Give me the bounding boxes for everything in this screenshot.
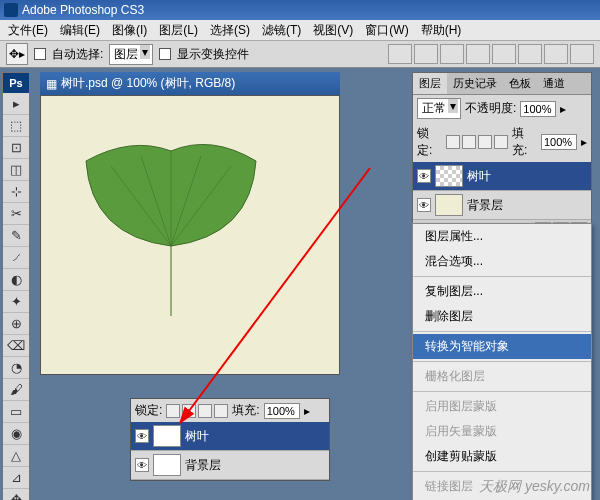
title-bar: Adobe Photoshop CS3	[0, 0, 600, 20]
layer-thumb	[153, 454, 181, 476]
tool-button[interactable]: ⊕	[3, 313, 29, 335]
tool-button[interactable]: ▸	[3, 93, 29, 115]
context-menu-item[interactable]: 混合选项...	[413, 249, 591, 274]
menu-window[interactable]: 窗口(W)	[361, 20, 412, 41]
move-tool-icon[interactable]: ✥▸	[6, 43, 28, 65]
opacity-input[interactable]	[520, 101, 556, 117]
tool-button[interactable]: 🖌	[3, 379, 29, 401]
context-menu-item: 启用图层蒙版	[413, 394, 591, 419]
menu-select[interactable]: 选择(S)	[206, 20, 254, 41]
menu-layer[interactable]: 图层(L)	[155, 20, 202, 41]
context-menu-item[interactable]: 转换为智能对象	[413, 334, 591, 359]
layer-list: 👁树叶👁背景层	[413, 162, 591, 220]
tab-color[interactable]: 色板	[503, 73, 537, 94]
visibility-icon[interactable]: 👁	[417, 198, 431, 212]
lock-position-icon[interactable]	[478, 135, 492, 149]
align-icon[interactable]	[466, 44, 490, 64]
auto-select-checkbox[interactable]	[34, 48, 46, 60]
tool-button[interactable]: ◉	[3, 423, 29, 445]
menu-image[interactable]: 图像(I)	[108, 20, 151, 41]
lock-position-icon[interactable]	[198, 404, 212, 418]
lock-pixels-icon[interactable]	[182, 404, 196, 418]
tool-button[interactable]: ⊡	[3, 137, 29, 159]
context-menu-item: 栅格化图层	[413, 364, 591, 389]
fill-label: 填充:	[512, 125, 537, 159]
doc-icon: ▦	[46, 77, 57, 91]
tool-button[interactable]: ⌫	[3, 335, 29, 357]
menu-view[interactable]: 视图(V)	[309, 20, 357, 41]
visibility-icon[interactable]: 👁	[135, 458, 149, 472]
layer-item[interactable]: 👁背景层	[131, 451, 329, 480]
layer-item[interactable]: 👁树叶	[413, 162, 591, 191]
tool-button[interactable]: ✂	[3, 203, 29, 225]
lock-transparent-icon[interactable]	[446, 135, 460, 149]
fill-arrow-icon[interactable]: ▸	[581, 135, 587, 149]
align-icon[interactable]	[492, 44, 516, 64]
fill-input[interactable]	[264, 403, 300, 419]
tab-channels[interactable]: 通道	[537, 73, 571, 94]
layer-thumb	[435, 165, 463, 187]
align-icon[interactable]	[518, 44, 542, 64]
lock-all-icon[interactable]	[494, 135, 508, 149]
options-bar: ✥▸ 自动选择: 图层 显示变换控件	[0, 40, 600, 68]
tool-button[interactable]: ✎	[3, 225, 29, 247]
layer-name: 树叶	[467, 168, 491, 185]
menu-edit[interactable]: 编辑(E)	[56, 20, 104, 41]
panel-tabs: 图层 历史记录 色板 通道	[413, 73, 591, 95]
tab-history[interactable]: 历史记录	[447, 73, 503, 94]
tool-button[interactable]: ◔	[3, 357, 29, 379]
fill-arrow-icon[interactable]: ▸	[304, 404, 310, 418]
context-menu-item: 启用矢量蒙版	[413, 419, 591, 444]
fill-input[interactable]	[541, 134, 577, 150]
menu-filter[interactable]: 滤镜(T)	[258, 20, 305, 41]
canvas[interactable]	[40, 95, 340, 375]
tool-button[interactable]: ⬚	[3, 115, 29, 137]
document-title-bar[interactable]: ▦ 树叶.psd @ 100% (树叶, RGB/8)	[40, 72, 340, 95]
align-icon[interactable]	[440, 44, 464, 64]
opacity-arrow-icon[interactable]: ▸	[560, 102, 566, 116]
visibility-icon[interactable]: 👁	[417, 169, 431, 183]
tool-button[interactable]: ✦	[3, 291, 29, 313]
float-layers-panel[interactable]: 锁定: 填充: ▸ 👁树叶👁背景层	[130, 398, 330, 481]
tool-button[interactable]: ✥	[3, 489, 29, 500]
context-menu-item[interactable]: 图层属性...	[413, 224, 591, 249]
tool-button[interactable]: ▭	[3, 401, 29, 423]
layer-item[interactable]: 👁背景层	[413, 191, 591, 220]
layer-list: 👁树叶👁背景层	[131, 422, 329, 480]
menu-file[interactable]: 文件(E)	[4, 20, 52, 41]
align-icon[interactable]	[414, 44, 438, 64]
show-transform-checkbox[interactable]	[159, 48, 171, 60]
tab-layers[interactable]: 图层	[413, 73, 447, 94]
leaf-image	[61, 116, 281, 326]
app-icon	[4, 3, 18, 17]
visibility-icon[interactable]: 👁	[135, 429, 149, 443]
lock-all-icon[interactable]	[214, 404, 228, 418]
layer-context-menu: 图层属性...混合选项...复制图层...删除图层转换为智能对象栅格化图层启用图…	[412, 223, 592, 500]
align-icon[interactable]	[570, 44, 594, 64]
align-icon[interactable]	[388, 44, 412, 64]
menu-help[interactable]: 帮助(H)	[417, 20, 466, 41]
layer-item[interactable]: 👁树叶	[131, 422, 329, 451]
tool-button[interactable]: ◐	[3, 269, 29, 291]
blend-mode-select[interactable]: 正常	[417, 98, 461, 119]
tool-button[interactable]: △	[3, 445, 29, 467]
tool-button[interactable]: ⊿	[3, 467, 29, 489]
align-icon[interactable]	[544, 44, 568, 64]
lock-transparent-icon[interactable]	[166, 404, 180, 418]
tool-button[interactable]: ⟋	[3, 247, 29, 269]
lock-icons	[446, 135, 508, 149]
tool-button[interactable]: ◫	[3, 159, 29, 181]
show-transform-label: 显示变换控件	[177, 46, 249, 63]
context-menu-item[interactable]: 创建剪贴蒙版	[413, 444, 591, 469]
document-window: ▦ 树叶.psd @ 100% (树叶, RGB/8)	[40, 72, 340, 375]
context-menu-item[interactable]: 删除图层	[413, 304, 591, 329]
context-menu-item[interactable]: 复制图层...	[413, 279, 591, 304]
layer-name: 背景层	[467, 197, 503, 214]
menu-bar: 文件(E) 编辑(E) 图像(I) 图层(L) 选择(S) 滤镜(T) 视图(V…	[0, 20, 600, 40]
tool-button[interactable]: ⊹	[3, 181, 29, 203]
target-select[interactable]: 图层	[109, 44, 153, 65]
auto-select-label: 自动选择:	[52, 46, 103, 63]
lock-pixels-icon[interactable]	[462, 135, 476, 149]
layer-name: 背景层	[185, 457, 221, 474]
lock-label: 锁定:	[417, 125, 442, 159]
